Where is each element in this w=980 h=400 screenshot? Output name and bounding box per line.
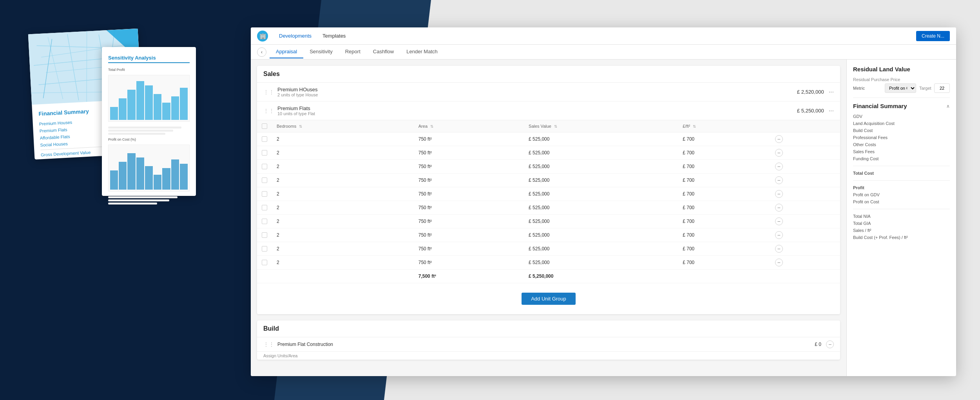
table-row: 2 750 ft² £ 525,000 £ 700 −	[257, 174, 840, 187]
row-remove-btn-1[interactable]: −	[775, 149, 783, 157]
row-remove-btn-8[interactable]: −	[775, 245, 783, 253]
create-button[interactable]: Create N...	[916, 31, 950, 41]
target-input[interactable]	[934, 83, 950, 93]
tab-appraisal[interactable]: Appraisal	[270, 45, 303, 58]
financial-summary-sidebar-title: Financial Summary	[853, 103, 907, 109]
table-row: 2 750 ft² £ 525,000 £ 700 −	[257, 242, 840, 256]
row-checkbox-9[interactable]	[262, 260, 267, 265]
premium-houses-menu[interactable]: ···	[829, 89, 834, 96]
drag-handle-icon-3: ⋮⋮	[263, 341, 274, 348]
row-action-2: −	[770, 160, 840, 174]
sens-bar2-5	[145, 166, 153, 190]
th-price-per-ft: £/ft² ⇅	[678, 120, 770, 132]
premium-houses-group[interactable]: ⋮⋮ Premium HOuses 2 units of type House …	[257, 83, 840, 101]
row-bedrooms-8: 2	[272, 242, 414, 256]
row-checkbox-7[interactable]	[262, 232, 267, 238]
row-checkbox-3[interactable]	[262, 177, 267, 183]
tab-report[interactable]: Report	[339, 45, 367, 58]
th-bedrooms: Bedrooms ⇅	[272, 120, 414, 132]
table-row: 2 750 ft² £ 525,000 £ 700 −	[257, 228, 840, 242]
build-section-header: Build	[257, 320, 840, 337]
construction-row: ⋮⋮ Premium Flat Construction £ 0 −	[257, 337, 840, 352]
row-checkbox-5[interactable]	[262, 205, 267, 210]
table-row: 2 750 ft² £ 525,000 £ 700 −	[257, 215, 840, 228]
fin-build-row: Build Cost	[853, 128, 950, 133]
totals-empty-1	[257, 270, 272, 283]
fin-gdv-label: GDV	[853, 114, 862, 119]
row-checkbox-6[interactable]	[262, 219, 267, 224]
row-checkbox-0[interactable]	[262, 136, 267, 142]
sidebar-divider-2	[853, 166, 950, 166]
row-checkbox-8[interactable]	[262, 246, 267, 252]
nav-tab-developments[interactable]: Developments	[274, 31, 316, 40]
table-row: 2 750 ft² £ 525,000 £ 700 −	[257, 146, 840, 160]
th-checkbox	[257, 120, 272, 132]
select-all-checkbox[interactable]	[262, 123, 267, 129]
sales-section-card: Sales ⋮⋮ Premium HOuses 2 units of type …	[257, 66, 840, 314]
row-sales-value-0: £ 525,000	[524, 132, 678, 146]
sens-bar2-8	[171, 159, 179, 190]
sensitivity-subtitle: Total Profit	[108, 68, 190, 72]
fin-sales-label: Sales Fees	[853, 149, 875, 154]
totals-area: 7,500 ft²	[414, 270, 524, 283]
row-area-6: 750 ft²	[414, 215, 524, 228]
totals-row: 7,500 ft² £ 5,250,000	[257, 270, 840, 283]
construction-name: Premium Flat Construction	[277, 342, 815, 347]
sort-area-icon[interactable]: ⇅	[430, 124, 433, 129]
fin-land-label: Land Acquisition Cost	[853, 121, 895, 126]
rlv-title: Residual Land Value	[853, 66, 950, 72]
tab-cashflow[interactable]: Cashflow	[367, 45, 400, 58]
sens-bar2-3	[127, 153, 135, 190]
fin-build-cost-ft-label: Build Cost (+ Prof. Fees) / ft²	[853, 235, 908, 240]
tab-lender-match[interactable]: Lender Match	[400, 45, 444, 58]
row-sales-value-3: £ 525,000	[524, 174, 678, 187]
th-sales-value: Sales Value ⇅	[524, 120, 678, 132]
construction-remove-btn[interactable]: −	[826, 340, 834, 348]
row-remove-btn-0[interactable]: −	[775, 135, 783, 143]
row-area-7: 750 ft²	[414, 228, 524, 242]
row-checkbox-4[interactable]	[262, 191, 267, 197]
totals-sales-value: £ 5,250,000	[524, 270, 678, 283]
row-checkbox-2[interactable]	[262, 164, 267, 169]
sort-price-icon[interactable]: ⇅	[693, 124, 696, 129]
sub-nav-tabs: Appraisal Sensitivity Report Cashflow Le…	[270, 45, 444, 58]
sort-bedrooms-icon[interactable]: ⇅	[299, 124, 302, 129]
row-remove-btn-2[interactable]: −	[775, 163, 783, 170]
row-sales-value-2: £ 525,000	[524, 160, 678, 174]
sens-text-line-1	[108, 127, 181, 129]
sens-text-area	[108, 125, 190, 138]
row-remove-btn-5[interactable]: −	[775, 204, 783, 212]
nav-tab-templates[interactable]: Templates	[318, 31, 350, 40]
back-button[interactable]: ‹	[257, 47, 266, 57]
row-area-3: 750 ft²	[414, 174, 524, 187]
row-checkbox-1[interactable]	[262, 150, 267, 156]
row-remove-btn-6[interactable]: −	[775, 217, 783, 225]
fin-sales-row: Sales Fees	[853, 149, 950, 154]
row-action-4: −	[770, 187, 840, 201]
drag-handle-icon-2: ⋮⋮	[263, 108, 274, 114]
row-sales-value-9: £ 525,000	[524, 256, 678, 270]
tab-sensitivity[interactable]: Sensitivity	[303, 45, 339, 58]
fin-funding-row: Funding Cost	[853, 156, 950, 161]
row-action-5: −	[770, 201, 840, 215]
table-row: 2 750 ft² £ 525,000 £ 700 −	[257, 256, 840, 270]
premium-flats-group[interactable]: ⋮⋮ Premium Flats 10 units of type Flat £…	[257, 101, 840, 120]
row-remove-btn-9[interactable]: −	[775, 259, 783, 266]
row-remove-btn-3[interactable]: −	[775, 176, 783, 184]
collapse-button[interactable]: ∧	[946, 103, 950, 109]
sensitivity-document-card: Sensitivity Analysis Total Profit	[102, 47, 196, 196]
row-remove-btn-7[interactable]: −	[775, 231, 783, 239]
row-action-9: −	[770, 256, 840, 270]
premium-flats-value: £ 5,250,000	[797, 108, 824, 114]
premium-flats-menu[interactable]: ···	[829, 107, 834, 114]
row-area-5: 750 ft²	[414, 201, 524, 215]
row-price-ft-3: £ 700	[678, 174, 770, 187]
row-remove-btn-4[interactable]: −	[775, 190, 783, 198]
sens-bar2-6	[154, 175, 161, 190]
row-action-3: −	[770, 174, 840, 187]
sens-bar-2	[119, 98, 127, 120]
row-sales-value-1: £ 525,000	[524, 146, 678, 160]
add-unit-group-button[interactable]: Add Unit Group	[522, 293, 576, 305]
metric-select[interactable]: Profit on GDV (%)	[885, 83, 916, 93]
sort-sales-icon[interactable]: ⇅	[554, 124, 557, 129]
